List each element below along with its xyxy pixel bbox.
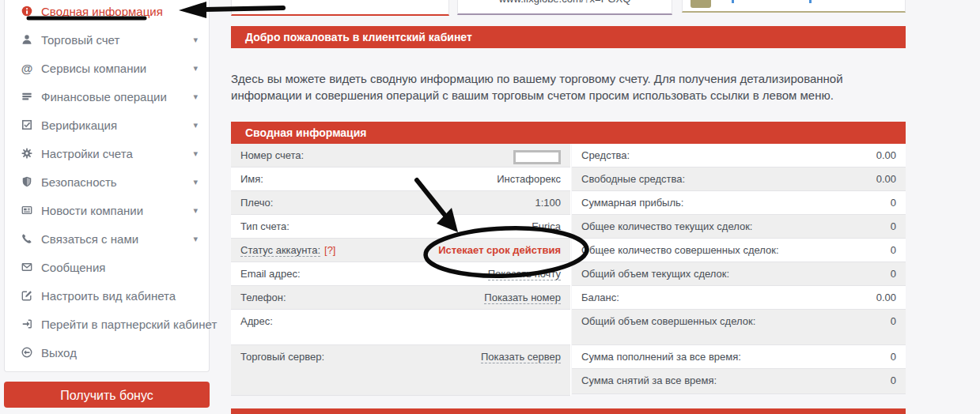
row-email: Email адрес: Показать почту (231, 262, 570, 286)
show-phone-link[interactable]: Показать номер (484, 292, 561, 304)
sidebar-item-logout[interactable]: Выход ▾ (5, 338, 209, 367)
summary-banner-title: Сводная информация (245, 126, 366, 139)
row-value: 0 (891, 220, 896, 232)
row-label: Общий объем совершенных сделок: (581, 315, 755, 327)
account-status-value: Истекает срок действия (438, 244, 561, 256)
summary-banner: Сводная информация (231, 122, 906, 144)
info-icon (20, 6, 34, 17)
sidebar-item-label: Настройки счета (41, 147, 133, 160)
row-label: Суммарная прибыль: (581, 197, 683, 209)
sidebar-item-customize-cabinet[interactable]: Настроить вид кабинета ▾ (5, 281, 209, 310)
row-value: 0 (891, 315, 896, 327)
row-label: Адрес: (240, 315, 273, 327)
row-value (513, 149, 561, 167)
get-bonus-button[interactable]: Получить бонус (4, 382, 210, 408)
row-label: Свободные средства: (581, 173, 685, 185)
chevron-down-icon: ▾ (193, 234, 198, 244)
sidebar-item-verification[interactable]: Верификация ▾ (5, 111, 209, 139)
row-label: Общее количество текущих сделок: (581, 220, 752, 232)
sidebar-item-contact-us[interactable]: Связаться с нами ▾ (5, 224, 209, 253)
chevron-down-icon: ▾ (193, 120, 198, 130)
row-value: Инстафорекс (497, 173, 561, 185)
row-value: 1:100 (535, 197, 561, 209)
row-account_type: Тип счета: Eurica (231, 215, 570, 239)
row-value: 0.00 (876, 149, 896, 161)
row-label: Email адрес: (240, 268, 301, 280)
sidebar-item-label: Новости компании (41, 204, 143, 217)
row-open_trades_count: Общее количество текущих сделок: 0 (572, 215, 906, 239)
gear-icon (20, 148, 34, 159)
row-value: 0 (891, 374, 896, 386)
sidebar-item-security[interactable]: Безопасность ▾ (5, 167, 209, 196)
row-name: Имя: Инстафорекс (231, 167, 570, 191)
chevron-down-icon: ▾ (193, 177, 198, 187)
welcome-banner: Добро пожаловать в клиентский кабинет (231, 26, 906, 48)
welcome-description: Здесь вы можете видеть сводную информаци… (231, 70, 908, 104)
row-label: Средства: (581, 149, 630, 161)
sidebar-item-label: Верификация (41, 119, 117, 132)
sidebar-item-label: Финансовые операции (41, 90, 167, 104)
sidebar-item-company-services[interactable]: @ Сервисы компании ▾ (5, 54, 209, 82)
row-free_margin: Свободные средства: 0.00 (572, 167, 906, 191)
row-label: Торговый сервер: (240, 351, 324, 363)
top-card-red (231, 0, 449, 16)
row-total_profit: Суммарная прибыль: 0 (572, 191, 906, 215)
show-email-link[interactable]: Показать почту (488, 268, 561, 280)
row-label: Плечо: (240, 197, 273, 209)
logout-icon (20, 347, 34, 358)
sidebar-item-partner-cabinet[interactable]: Перейти в партнерский кабинет ▾ (5, 310, 209, 338)
row-label: Имя: (240, 173, 263, 185)
check-square-icon (20, 119, 34, 130)
row-closed_trades_volume: Общий объем совершенных сделок: 0 (572, 310, 906, 345)
sidebar-item-label: Настроить вид кабинета (41, 289, 176, 303)
sidebar-item-label: Безопасность (41, 175, 117, 189)
row-value: 0 (891, 268, 896, 280)
row-label: Номер счета: (240, 149, 304, 161)
sidebar-item-label: Перейти в партнерский кабинет (41, 318, 217, 331)
row-open_trades_volume: Общий объем текущих сделок: 0 (572, 262, 906, 286)
sidebar-item-company-news[interactable]: Новости компании ▾ (5, 196, 209, 224)
row-closed_trades_count: Общее количество совершенных сделок: 0 (572, 239, 906, 262)
row-phone: Телефон: Показать номер (231, 286, 570, 310)
summary-left-column: Номер счета: Имя: Инстафорекс Плечо: 1:1… (231, 144, 571, 396)
news-icon (20, 205, 34, 216)
row-label: Статус аккаунта:[?] (240, 244, 335, 256)
client-cabinet-page: Сводная информация ▾ Торговый счет ▾ @ С… (0, 0, 980, 414)
referral-link[interactable]: www.ifxglobe.com/?x=PGXQ (458, 0, 672, 5)
row-equity: Средства: 0.00 (572, 144, 906, 167)
sign-in-icon (20, 318, 34, 329)
sidebar-item-financial-operations[interactable]: Финансовые операции ▾ (5, 82, 209, 111)
row-label: Телефон: (240, 292, 286, 303)
row-label: Баланс: (581, 292, 619, 303)
clipped-text-fragment (809, 0, 812, 3)
summary-right-column: Средства: 0.00 Свободные средства: 0.00 … (572, 144, 906, 394)
show-trading_server-link[interactable]: Показать сервер (481, 351, 561, 363)
sidebar-item-label: Связаться с нами (41, 232, 138, 246)
row-label: Общее количество совершенных сделок: (581, 244, 779, 256)
finance-icon (20, 91, 34, 102)
envelope-icon (20, 262, 34, 273)
row-value: 0 (891, 351, 896, 363)
row-value: 0.00 (876, 292, 896, 303)
row-total_deposits: Сумма пополнений за все время: 0 (572, 345, 906, 369)
row-value: 0 (891, 197, 896, 209)
chevron-down-icon: ▾ (193, 149, 198, 159)
row-trading_server: Торговый сервер: Показать сервер (231, 345, 570, 396)
edit-icon (20, 290, 34, 301)
chevron-down-icon: ▾ (193, 205, 198, 216)
sidebar-item-account-settings[interactable]: Настройки счета ▾ (5, 139, 209, 167)
sidebar-item-label: Сводная информация (41, 5, 163, 18)
sidebar-item-summary[interactable]: Сводная информация ▾ (5, 0, 209, 25)
sidebar-item-messages[interactable]: Сообщения ▾ (5, 253, 209, 281)
row-label: Тип счета: (240, 220, 289, 232)
sidebar-item-trading-account[interactable]: Торговый счет ▾ (5, 25, 209, 54)
row-address: Адрес: (231, 310, 570, 345)
row-leverage: Плечо: 1:100 (231, 191, 570, 215)
row-label: Сумма снятий за все время: (581, 374, 717, 386)
row-balance: Баланс: 0.00 (572, 286, 906, 310)
next-section-banner-clipped (231, 408, 906, 414)
row-value: 0 (891, 244, 896, 256)
row-total_withdrawals: Сумма снятий за все время: 0 (572, 369, 906, 394)
help-icon[interactable]: [?] (324, 244, 335, 256)
user-icon (20, 34, 34, 45)
